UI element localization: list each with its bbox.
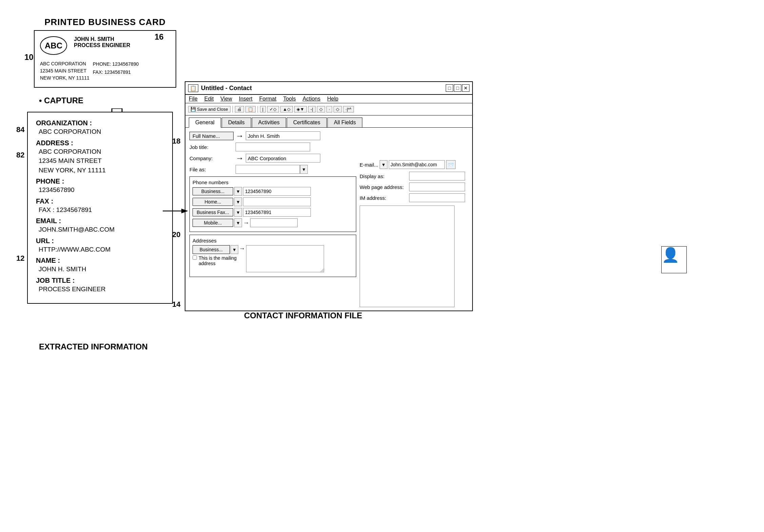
- mailing-label: This is the mailingaddress: [199, 255, 237, 266]
- cw-toolbar: 💾 Save and Close 🖨 📋 | ✓◇ ▲◇ ◈▼ -| ◇ · ◇…: [185, 103, 472, 115]
- close-button[interactable]: ✕: [462, 84, 469, 92]
- tab-all-fields[interactable]: All Fields: [327, 118, 362, 127]
- annotation-16: 16: [155, 32, 164, 42]
- phone-fax-btn[interactable]: Business Fax...: [193, 208, 233, 216]
- im-input[interactable]: [409, 193, 465, 202]
- tab-certificates[interactable]: Certificates: [287, 118, 327, 127]
- address-business-btn[interactable]: Business...: [193, 245, 230, 254]
- phone-home-input[interactable]: [243, 197, 311, 206]
- im-label: IM address:: [360, 195, 407, 201]
- cw-titlebar: 📋 Untitled - Contact □ □ ✕: [185, 82, 472, 95]
- address-section-title: Addresses: [193, 238, 353, 243]
- horiz-arrow-svg: [163, 206, 190, 216]
- annotation-20: 20: [172, 230, 180, 239]
- url-value: HTTP://WWW.ABC.COM: [39, 245, 164, 254]
- contact-window: 📋 Untitled - Contact □ □ ✕ File Edit Vie…: [185, 81, 473, 311]
- phone-mobile-input[interactable]: [250, 218, 298, 227]
- webpage-row: Web page address:: [360, 183, 468, 191]
- phone-section-title: Phone numbers: [193, 179, 353, 185]
- menu-tools[interactable]: Tools: [283, 96, 296, 102]
- toolbar-btn-3[interactable]: ▲◇: [280, 106, 293, 112]
- phone-fax-dropdown[interactable]: ▼: [234, 208, 242, 217]
- bc-name: JOHN H. SMITH: [74, 36, 130, 42]
- phone-value: 1234567890: [39, 185, 164, 195]
- minimize-button[interactable]: □: [446, 84, 453, 92]
- tab-details[interactable]: Details: [222, 118, 251, 127]
- fullname-button[interactable]: Full Name...: [189, 132, 234, 140]
- mailing-checkbox[interactable]: [193, 255, 197, 260]
- annotation-82: 82: [16, 151, 24, 159]
- mobile-arrow: →: [243, 219, 249, 227]
- jobtitle-value: PROCESS ENGINEER: [39, 284, 164, 294]
- display-as-row: Display as:: [360, 172, 468, 180]
- email-input[interactable]: [389, 160, 445, 169]
- phone-mobile-dropdown[interactable]: ▼: [234, 218, 242, 227]
- toolbar-btn-9[interactable]: ·|ᵃᴬ: [343, 106, 354, 112]
- menu-edit[interactable]: Edit: [204, 96, 214, 102]
- company-form-label: Company:: [189, 155, 234, 161]
- phone-business-btn[interactable]: Business...: [193, 187, 233, 195]
- notes-area[interactable]: [360, 206, 455, 307]
- bc-address1: 12345 MAIN STREET: [40, 67, 89, 75]
- toolbar-btn-5[interactable]: -|: [308, 106, 316, 112]
- phone-mobile-row: Mobile... ▼ →: [193, 218, 353, 227]
- fullname-input[interactable]: [246, 131, 320, 140]
- toolbar-btn-4[interactable]: ◈▼: [294, 106, 307, 112]
- print-button[interactable]: 🖨: [235, 106, 244, 112]
- menu-format[interactable]: Format: [259, 96, 277, 102]
- extracted-info-box: ORGANIZATION : ABC CORPORATION ADDRESS :…: [27, 112, 173, 304]
- phone-business-row: Business... ▼: [193, 187, 353, 196]
- menu-help[interactable]: Help: [327, 96, 338, 102]
- toolbar-separator-2: [258, 106, 258, 113]
- toolbar-btn-2[interactable]: ✓◇: [267, 106, 279, 112]
- menu-actions[interactable]: Actions: [303, 96, 320, 102]
- url-label: URL :: [36, 237, 164, 245]
- phone-home-btn[interactable]: Home...: [193, 198, 233, 206]
- org-label: ORGANIZATION :: [36, 119, 164, 127]
- cw-body: Full Name... → Job title: Company: →: [185, 128, 472, 311]
- jobtitle-label: JOB TITLE :: [36, 277, 164, 284]
- phone-home-dropdown[interactable]: ▼: [234, 197, 242, 206]
- name-value: JOHN H. SMITH: [39, 264, 164, 274]
- toolbar-btn-7[interactable]: ·: [326, 106, 333, 112]
- email-dropdown[interactable]: ▼: [380, 160, 387, 169]
- phone-label: PHONE :: [36, 177, 164, 185]
- save-close-button[interactable]: 💾 Save and Close: [188, 106, 230, 112]
- display-as-input[interactable]: [409, 172, 465, 180]
- copy-button[interactable]: 📋: [245, 106, 256, 112]
- tab-general[interactable]: General: [189, 118, 221, 128]
- toolbar-separator: [233, 106, 233, 113]
- org-value: ABC CORPORATION: [39, 127, 164, 136]
- address-business-dropdown[interactable]: ▼: [230, 245, 238, 254]
- cw-window-controls: □ □ ✕: [446, 84, 469, 92]
- phone-mobile-btn[interactable]: Mobile...: [193, 219, 233, 227]
- business-card-section: PRINTED BUSINESS CARD ABC JOHN H. SMITH …: [34, 17, 176, 88]
- cw-menubar: File Edit View Insert Format Tools Actio…: [185, 95, 472, 103]
- company-arrow: →: [236, 153, 244, 163]
- email-open-btn[interactable]: 📨: [446, 160, 456, 169]
- toolbar-btn-6[interactable]: ◇: [317, 106, 325, 112]
- phone-business-dropdown[interactable]: ▼: [234, 187, 242, 196]
- menu-file[interactable]: File: [189, 96, 198, 102]
- jobtitle-input[interactable]: [236, 143, 310, 151]
- toolbar-btn-8[interactable]: ◇: [334, 106, 342, 112]
- phone-business-input[interactable]: [243, 187, 311, 196]
- bc-job-title: PROCESS ENGINEER: [74, 42, 130, 48]
- fax-label: FAX :: [36, 197, 164, 205]
- extracted-info-title: EXTRACTED INFORMATION: [39, 342, 148, 352]
- company-input[interactable]: [246, 154, 320, 163]
- phone-fax-input[interactable]: [243, 208, 311, 217]
- menu-view[interactable]: View: [220, 96, 232, 102]
- toolbar-btn-1[interactable]: |: [260, 106, 266, 112]
- bc-logo: ABC: [40, 36, 67, 55]
- annotation-10: 10: [24, 52, 34, 62]
- maximize-button[interactable]: □: [454, 84, 461, 92]
- annotation-18: 18: [172, 137, 180, 146]
- menu-insert[interactable]: Insert: [239, 96, 253, 102]
- fileas-input[interactable]: [236, 165, 300, 174]
- address-input[interactable]: [246, 245, 324, 272]
- tab-activities[interactable]: Activities: [252, 118, 286, 127]
- webpage-input[interactable]: [409, 183, 465, 191]
- email-value: JOHN.SMITH@ABC.COM: [39, 225, 164, 234]
- fileas-dropdown[interactable]: ▼: [300, 165, 308, 174]
